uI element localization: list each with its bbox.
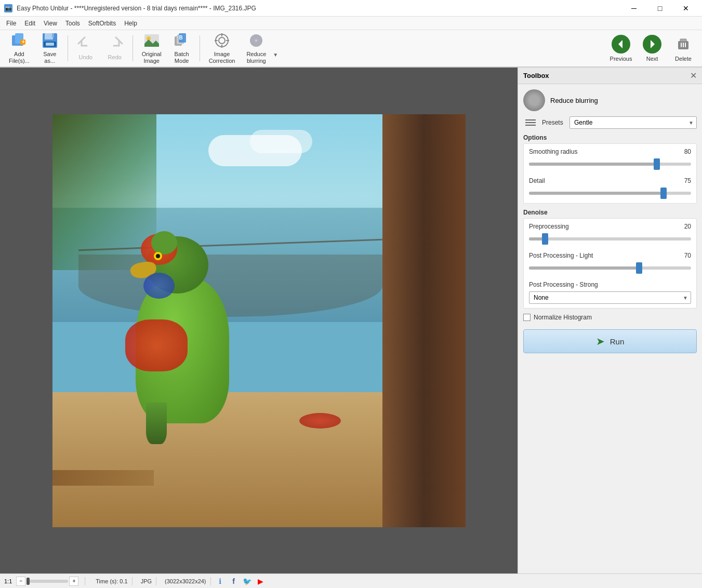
presets-select-wrap: Gentle Medium Strong Custom ▼ [569, 116, 697, 129]
zoom-slider-thumb[interactable] [27, 578, 30, 585]
svg-marker-25 [651, 40, 655, 48]
next-icon [643, 35, 661, 54]
title-bar: 📷 Easy Photo Unblur - ****Unregistered v… [0, 0, 702, 17]
presets-row: Presets Gentle Medium Strong Custom ▼ [523, 116, 697, 129]
zoom-in-button[interactable]: + [69, 577, 78, 586]
menu-edit[interactable]: Edit [20, 19, 39, 28]
svg-text:+: + [22, 39, 25, 45]
facebook-icon[interactable]: f [229, 576, 239, 586]
detail-slider-wrap[interactable] [529, 188, 691, 199]
detail-thumb[interactable] [660, 188, 667, 199]
run-label: Run [610, 337, 625, 346]
post-processing-light-label: Post Processing - Light [529, 252, 593, 259]
delete-button[interactable]: Delete [669, 32, 698, 65]
add-files-button[interactable]: + AddFile(s)... [4, 33, 34, 64]
zoom-out-button[interactable]: − [16, 577, 25, 586]
window-title: Easy Photo Unblur - ****Unregistered ver… [17, 5, 256, 12]
next-label: Next [646, 56, 658, 62]
image-correction-label: ImageCorrection [209, 51, 235, 64]
youtube-icon[interactable]: ▶ [256, 576, 266, 586]
svg-point-23 [255, 39, 257, 42]
reduce-blurring-button[interactable]: Reduceblurring [242, 33, 271, 64]
options-section: Options Smoothing radius 80 [523, 134, 697, 204]
window-controls: ─ □ ✕ [622, 1, 698, 16]
image-area[interactable] [0, 68, 518, 573]
save-as-label: Saveas... [43, 51, 56, 64]
post-processing-light-track [529, 266, 691, 270]
toolbox-body: Reduce blurring Presets Gentle Medium St… [518, 84, 702, 573]
detail-track [529, 192, 691, 195]
next-button[interactable]: Next [638, 32, 667, 65]
smoothing-radius-thumb[interactable] [654, 158, 660, 170]
reduce-blurring-row: Reduce blurring [523, 89, 697, 111]
preprocessing-row: Preprocessing 20 [529, 223, 691, 245]
preprocessing-slider-wrap[interactable] [529, 233, 691, 245]
svg-rect-6 [52, 33, 54, 37]
normalize-histogram-row: Normalize Histogram [523, 314, 697, 321]
normalize-histogram-checkbox[interactable] [523, 314, 531, 321]
previous-icon [612, 35, 630, 54]
svg-marker-24 [618, 40, 622, 48]
image-correction-button[interactable]: ImageCorrection [204, 33, 240, 64]
scene-trunk-right [382, 114, 466, 527]
run-button[interactable]: ➤ Run [523, 329, 697, 353]
zoom-slider-track[interactable] [27, 580, 68, 583]
redo-icon [107, 35, 123, 52]
presets-select[interactable]: Gentle Medium Strong Custom [569, 116, 697, 129]
post-processing-light-thumb[interactable] [636, 262, 642, 274]
previous-button[interactable]: Previous [606, 32, 635, 65]
toolbox-close-button[interactable]: ✕ [690, 71, 697, 81]
post-processing-strong-select[interactable]: None Light Medium Strong [529, 291, 691, 304]
redo-button[interactable]: Redo [101, 33, 128, 64]
post-processing-light-row: Post Processing - Light 70 [529, 252, 691, 274]
smoothing-radius-label: Smoothing radius [529, 148, 577, 155]
app-icon: 📷 [4, 4, 12, 12]
detail-fill [529, 192, 664, 195]
preprocessing-track [529, 237, 691, 240]
run-icon: ➤ [596, 335, 605, 348]
undo-icon [77, 35, 94, 52]
batch-mode-icon: B [174, 32, 190, 49]
close-button[interactable]: ✕ [674, 1, 698, 16]
toolbar-dropdown-arrow[interactable]: ▼ [273, 33, 280, 64]
options-header: Options [523, 134, 697, 141]
smoothing-radius-row: Smoothing radius 80 [529, 148, 691, 170]
menu-help[interactable]: Help [120, 19, 141, 28]
post-processing-light-slider-wrap[interactable] [529, 262, 691, 274]
maximize-button[interactable]: □ [648, 1, 672, 16]
redo-label: Redo [108, 54, 122, 61]
normalize-histogram-label: Normalize Histogram [534, 314, 592, 321]
zoom-level: 1:1 [4, 578, 12, 584]
batch-mode-button[interactable]: B BatchMode [168, 33, 195, 64]
save-as-button[interactable]: Saveas... [36, 33, 63, 64]
menu-softorbits[interactable]: SoftOrbits [84, 19, 120, 28]
toolbar: + AddFile(s)... Saveas... Undo [0, 30, 702, 68]
preprocessing-thumb[interactable] [542, 233, 548, 245]
toolbar-separator-1 [68, 35, 68, 61]
minimize-button[interactable]: ─ [622, 1, 646, 16]
post-processing-strong-row: Post Processing - Strong None Light Medi… [529, 281, 691, 304]
original-image-button[interactable]: OriginalImage [137, 33, 166, 64]
smoothing-radius-slider-wrap[interactable] [529, 158, 691, 170]
post-processing-strong-label: Post Processing - Strong [529, 281, 598, 288]
parrot-group [104, 226, 260, 423]
smoothing-radius-value: 80 [678, 148, 691, 155]
denoise-sliders: Preprocessing 20 Post Pr [523, 218, 697, 309]
svg-rect-30 [685, 43, 686, 47]
twitter-icon[interactable]: 🐦 [242, 576, 253, 586]
menu-tools[interactable]: Tools [61, 19, 84, 28]
menu-view[interactable]: View [39, 19, 61, 28]
reduce-blurring-tool-label: Reduce blurring [550, 97, 598, 104]
info-icon[interactable]: ℹ [215, 576, 226, 586]
smoothing-radius-fill [529, 163, 657, 166]
scene-red-bag [299, 413, 341, 429]
svg-rect-8 [46, 43, 54, 46]
undo-button[interactable]: Undo [72, 33, 99, 64]
detail-value: 75 [678, 177, 691, 184]
denoise-header: Denoise [523, 209, 697, 216]
toolbox-panel: Toolbox ✕ Reduce blurring Presets Gent [518, 68, 702, 573]
add-files-label: AddFile(s)... [9, 51, 30, 64]
image-correction-icon [214, 32, 230, 49]
menu-file[interactable]: File [2, 19, 20, 28]
original-image-icon [143, 32, 160, 49]
